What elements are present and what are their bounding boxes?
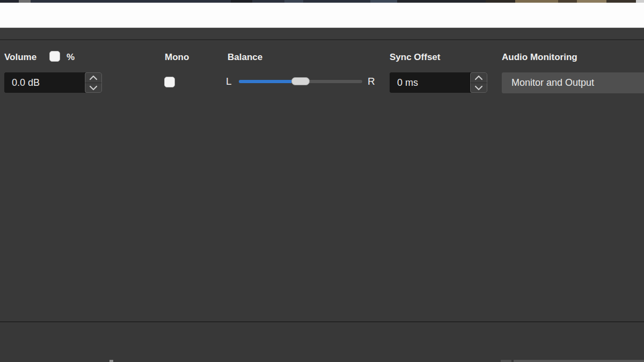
audio-monitoring-selected-value: Monitor and Output [511, 77, 594, 88]
volume-spin-buttons [84, 72, 102, 93]
volume-percent-label: % [67, 52, 75, 63]
audio-monitoring-column-header: Audio Monitoring [502, 52, 577, 63]
volume-percent-checkbox[interactable] [49, 51, 60, 62]
volume-column-header: Volume [4, 52, 36, 63]
mono-checkbox[interactable] [164, 77, 175, 87]
sync-offset-column-header: Sync Offset [390, 52, 440, 63]
chevron-up-icon [89, 75, 98, 80]
mono-column-header: Mono [165, 52, 189, 63]
audio-monitoring-dropdown[interactable]: Monitor and Output [502, 72, 644, 93]
sync-offset-spin-up-button[interactable] [470, 72, 487, 83]
balance-column-header: Balance [228, 52, 262, 63]
bottom-edge-fragment [501, 360, 511, 362]
bottom-edge-fragment [514, 360, 644, 362]
bottom-edge-fragment [109, 360, 113, 362]
volume-spin-up-button[interactable] [85, 72, 102, 83]
balance-right-label: R [368, 76, 375, 87]
volume-label: Volume [4, 52, 36, 62]
chevron-down-icon [474, 85, 483, 91]
sync-offset-spin-buttons [470, 72, 487, 93]
panel-footer [0, 322, 644, 362]
sync-offset-input[interactable]: 0 ms [390, 72, 470, 93]
balance-slider-fill [239, 80, 291, 83]
volume-input[interactable]: 0.0 dB [4, 72, 84, 93]
balance-left-label: L [226, 76, 232, 87]
volume-spin-down-button[interactable] [85, 83, 102, 93]
chevron-up-icon [474, 75, 483, 80]
balance-slider-handle[interactable] [291, 77, 310, 85]
sync-offset-spinbox: 0 ms [390, 72, 487, 93]
dialog-top-bar [0, 28, 644, 39]
sync-offset-spin-down-button[interactable] [470, 83, 487, 93]
screen: Volume % 0.0 dB Mono Bal [0, 0, 644, 362]
balance-slider[interactable] [239, 80, 362, 83]
background-window-band [0, 3, 644, 28]
chevron-down-icon [89, 85, 98, 91]
advanced-audio-panel: Volume % 0.0 dB Mono Bal [0, 40, 644, 321]
volume-spinbox: 0.0 dB [4, 72, 102, 93]
